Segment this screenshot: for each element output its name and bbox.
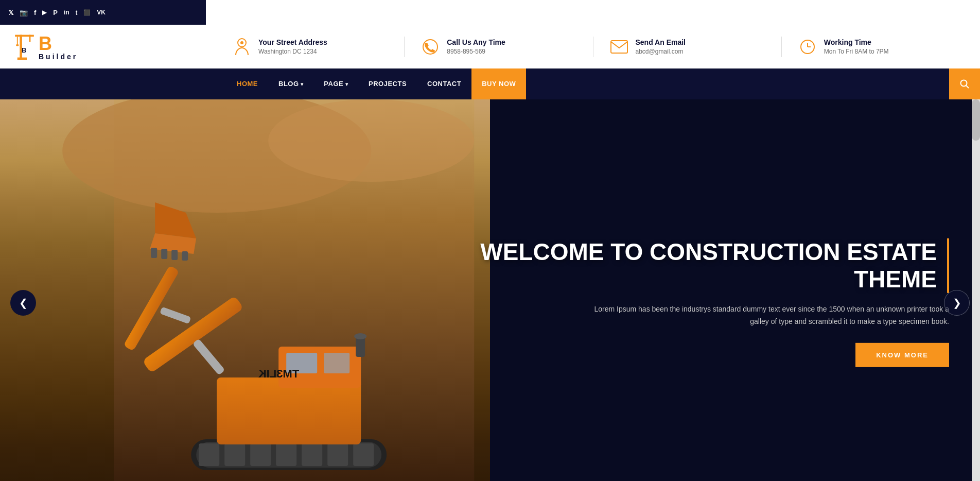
svg-rect-31 [324, 353, 349, 373]
svg-rect-23 [250, 443, 271, 466]
phone-icon [420, 37, 441, 57]
svg-rect-10 [611, 41, 627, 53]
contact-phone-text: Call Us Any Time 8958-895-569 [447, 38, 505, 55]
person-location-icon [232, 37, 252, 57]
pinterest-link[interactable]: P [53, 9, 58, 16]
svg-rect-21 [199, 443, 219, 466]
contact-info-bar: Your Street Address Washington DC 1234 C… [206, 25, 980, 68]
social-bar: 𝕏 📷 f ▶ P in t ⬛ VK [0, 0, 206, 25]
nav-link-contact[interactable]: CONTACT [417, 68, 471, 99]
svg-rect-1 [15, 35, 34, 37]
carousel-prev-button[interactable]: ❮ [10, 290, 36, 316]
nav-link-home[interactable]: HOME [226, 68, 268, 99]
svg-point-9 [423, 40, 437, 54]
svg-rect-5 [18, 58, 27, 60]
nav-link-blog[interactable]: BLOG [268, 68, 313, 99]
arrow-right-icon: ❯ [953, 297, 961, 309]
nav-item-home[interactable]: HOME [226, 68, 268, 99]
contact-phone: Call Us Any Time 8958-895-569 [405, 37, 593, 57]
svg-rect-37 [151, 248, 157, 258]
svg-point-42 [354, 333, 366, 339]
carousel-next-button[interactable]: ❯ [944, 290, 970, 316]
hero-title: WELCOME TO CONSTRUCTION ESTATE THEME [421, 238, 949, 293]
logo-area: B BBuilder [0, 25, 206, 68]
svg-point-18 [268, 99, 474, 182]
svg-rect-40 [182, 251, 188, 261]
svg-rect-24 [276, 443, 296, 466]
logo-text: BBuilder [39, 33, 78, 61]
svg-rect-2 [29, 35, 31, 42]
search-icon [960, 79, 969, 89]
svg-rect-25 [302, 443, 322, 466]
contact-hours: Working Time Mon To Fri 8AM to 7PM [782, 37, 970, 57]
nav-links: HOME BLOG PAGE PROJECTS CONTACT BUY NOW [226, 68, 949, 99]
clock-icon [797, 37, 818, 57]
svg-line-15 [966, 85, 969, 88]
hero-description: Lorem Ipsum has been the industrys stand… [589, 303, 949, 328]
nav-item-page[interactable]: PAGE [313, 68, 358, 99]
contact-address: Your Street Address Washington DC 1234 [216, 37, 405, 57]
youtube-link[interactable]: ▶ [42, 9, 47, 16]
nav-item-blog[interactable]: BLOG [268, 68, 313, 99]
svg-rect-38 [161, 249, 167, 259]
tumblr-link[interactable]: t [76, 9, 78, 16]
logo-brand-name: Builder [39, 53, 78, 61]
linkedin-link[interactable]: in [64, 9, 69, 16]
svg-rect-4 [16, 44, 19, 46]
vk-link[interactable]: VK [97, 9, 106, 16]
svg-rect-27 [353, 443, 374, 466]
scrollbar[interactable] [972, 99, 980, 481]
svg-text:B: B [22, 46, 26, 54]
logo-crane-icon: B [10, 30, 39, 63]
svg-point-14 [961, 80, 967, 87]
scrollbar-thumb[interactable] [972, 99, 980, 141]
twitter-link[interactable]: 𝕏 [8, 9, 13, 16]
nav-item-buy[interactable]: BUY NOW [471, 68, 526, 99]
navbar: HOME BLOG PAGE PROJECTS CONTACT BUY NOW [0, 68, 980, 99]
svg-rect-39 [171, 250, 178, 260]
email-icon [609, 37, 629, 57]
hero-content: WELCOME TO CONSTRUCTION ESTATE THEME Lor… [421, 238, 959, 367]
hero-section: TM3LIK WELCOME TO CONSTRUCT [0, 99, 980, 481]
nav-item-contact[interactable]: CONTACT [417, 68, 471, 99]
instagram-link[interactable]: 📷 [20, 9, 28, 16]
buy-now-button[interactable]: BUY NOW [471, 68, 526, 99]
hero-cta-button[interactable]: KNOW MORE [855, 343, 949, 367]
svg-point-8 [240, 41, 243, 44]
svg-text:TM3LIK: TM3LIK [258, 367, 300, 380]
contact-email: Send An Email abcd@gmail.com [593, 37, 782, 57]
contact-hours-text: Working Time Mon To Fri 8AM to 7PM [824, 38, 889, 55]
nav-link-page[interactable]: PAGE [313, 68, 358, 99]
svg-rect-22 [224, 443, 245, 466]
facebook-link[interactable]: f [34, 9, 36, 16]
flickr-link[interactable]: ⬛ [83, 9, 91, 16]
nav-link-projects[interactable]: PROJECTS [358, 68, 417, 99]
header-top: B BBuilder Your Street Address Washingto… [0, 25, 980, 68]
contact-address-text: Your Street Address Washington DC 1234 [258, 38, 327, 55]
logo-brand-prefix: B [39, 33, 52, 54]
search-button[interactable] [949, 68, 980, 99]
nav-item-projects[interactable]: PROJECTS [358, 68, 417, 99]
svg-rect-26 [327, 443, 348, 466]
contact-email-text: Send An Email abcd@gmail.com [636, 38, 686, 55]
arrow-left-icon: ❮ [19, 297, 28, 309]
